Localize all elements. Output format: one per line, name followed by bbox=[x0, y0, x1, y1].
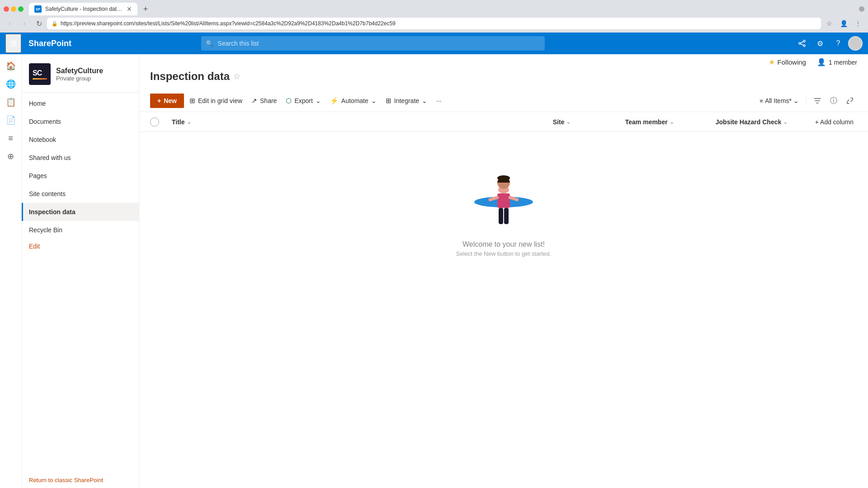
toolbar: + New ⊞ Edit in grid view ↗ Share ⬡ Expo… bbox=[139, 90, 868, 112]
expand-btn[interactable] bbox=[843, 94, 857, 108]
automate-label: Automate bbox=[341, 97, 368, 104]
sidebar-item-inspection-data[interactable]: Inspection data bbox=[22, 203, 139, 221]
address-bar[interactable]: 🔒 https://preview.sharepoint.com/sites/t… bbox=[47, 18, 821, 29]
search-input[interactable] bbox=[201, 36, 545, 51]
toolbar-separator bbox=[806, 96, 807, 105]
site-header: SC SafetyCulture Private group bbox=[22, 54, 139, 90]
svg-point-0 bbox=[803, 40, 805, 42]
settings-btn[interactable]: ⚙ bbox=[812, 35, 828, 52]
new-btn-label: New bbox=[164, 97, 177, 104]
content-header: Inspection data ☆ bbox=[139, 66, 868, 90]
export-icon: ⬡ bbox=[286, 97, 292, 105]
active-tab[interactable]: SP SafetyCulture - Inspection data - All… bbox=[29, 3, 137, 15]
svg-line-4 bbox=[801, 44, 803, 45]
topnav-actions: ⚙ ? bbox=[794, 35, 863, 52]
user-avatar[interactable] bbox=[848, 36, 863, 51]
info-btn[interactable]: ⓘ bbox=[826, 94, 841, 108]
profile-btn[interactable]: 👤 bbox=[837, 17, 850, 30]
edit-grid-label: Edit in grid view bbox=[198, 97, 242, 104]
sidebar-item-home[interactable]: Home bbox=[22, 94, 139, 113]
content-area: ★ Following 👤 1 member Inspection data ☆ bbox=[139, 54, 868, 488]
col-title-header[interactable]: Title ⌄ bbox=[168, 118, 549, 126]
site-type: Private group bbox=[56, 75, 103, 82]
browser-actions: ☆ 👤 ⋮ bbox=[823, 17, 864, 30]
page-title-area: Inspection data ☆ bbox=[150, 66, 857, 86]
following-btn[interactable]: ★ Following bbox=[769, 58, 806, 66]
new-tab-btn[interactable]: + bbox=[139, 3, 152, 15]
site-logo-text: SC bbox=[33, 69, 47, 77]
empty-state-title: Welcome to your new list! bbox=[456, 240, 551, 249]
sidebar-item-notebook[interactable]: Notebook bbox=[22, 131, 139, 149]
more-options-btn[interactable]: ··· bbox=[433, 94, 445, 108]
favorite-star-icon[interactable]: ☆ bbox=[233, 71, 241, 81]
title-sort-icon: ⌄ bbox=[187, 119, 191, 125]
sidebar-item-pages[interactable]: Pages bbox=[22, 167, 139, 185]
maximize-window-btn[interactable] bbox=[18, 6, 24, 12]
sidebar-item-site-contents[interactable]: Site contents bbox=[22, 185, 139, 203]
select-all-checkbox[interactable] bbox=[150, 117, 159, 127]
share-label: Share bbox=[260, 97, 277, 104]
list-header: Title ⌄ Site ⌄ Team member ⌄ Jobsite Haz… bbox=[139, 112, 868, 132]
back-btn[interactable]: ‹ bbox=[4, 17, 16, 30]
close-window-btn[interactable] bbox=[4, 6, 9, 12]
col-jobsite-header[interactable]: Jobsite Hazard Check ⌄ bbox=[712, 118, 811, 126]
share-icon-btn[interactable] bbox=[794, 35, 810, 52]
window-control bbox=[859, 6, 864, 12]
tab-title: SafetyCulture - Inspection data - All i bbox=[45, 6, 123, 12]
col-site-header[interactable]: Site ⌄ bbox=[549, 118, 622, 126]
sidebar-item-documents[interactable]: Documents bbox=[22, 113, 139, 131]
export-btn[interactable]: ⬡ Export ⌄ bbox=[282, 94, 324, 108]
home-rail-btn[interactable]: 🏠 bbox=[3, 58, 19, 74]
news-rail-btn[interactable]: 🌐 bbox=[3, 76, 19, 92]
svg-rect-10 bbox=[497, 193, 510, 208]
bookmark-btn[interactable]: ☆ bbox=[823, 17, 835, 30]
svg-point-2 bbox=[803, 45, 805, 47]
automate-btn[interactable]: ⚡ Automate ⌄ bbox=[326, 94, 380, 108]
browser-nav: ‹ › ↻ 🔒 https://preview.sharepoint.com/s… bbox=[0, 15, 868, 32]
browser-chrome: SP SafetyCulture - Inspection data - All… bbox=[0, 0, 868, 33]
waffle-menu-btn[interactable]: ⊞ bbox=[5, 34, 21, 53]
extensions-btn[interactable]: ⋮ bbox=[852, 17, 864, 30]
sidebar-item-shared[interactable]: Shared with us bbox=[22, 149, 139, 167]
svg-point-5 bbox=[854, 40, 857, 44]
activity-rail-btn[interactable]: 📋 bbox=[3, 94, 19, 110]
integrate-chevron: ⌄ bbox=[422, 97, 427, 104]
svg-line-14 bbox=[510, 197, 517, 200]
view-selector[interactable]: ≡ All Items* ⌄ bbox=[756, 95, 802, 106]
site-info: SafetyCulture Private group bbox=[56, 67, 103, 82]
new-item-btn[interactable]: + New bbox=[150, 94, 184, 108]
svg-rect-11 bbox=[499, 208, 503, 224]
export-label: Export bbox=[294, 97, 312, 104]
list-rail-btn[interactable]: ≡ bbox=[3, 130, 19, 146]
col-jobsite-label: Jobsite Hazard Check bbox=[716, 118, 782, 126]
svg-rect-12 bbox=[504, 208, 509, 224]
sidebar: SC SafetyCulture Private group Home Docu… bbox=[22, 54, 139, 488]
integrate-label: Integrate bbox=[394, 97, 419, 104]
url-text: https://preview.sharepoint.com/sites/tes… bbox=[61, 20, 396, 27]
list-area: Title ⌄ Site ⌄ Team member ⌄ Jobsite Haz… bbox=[139, 112, 868, 488]
members-info[interactable]: 👤 1 member bbox=[817, 58, 857, 66]
col-check-header[interactable] bbox=[150, 117, 168, 127]
sidebar-edit-link[interactable]: Edit bbox=[22, 239, 139, 253]
share-btn[interactable]: ↗ Share bbox=[248, 94, 280, 108]
view-chevron: ⌄ bbox=[793, 97, 799, 104]
sidebar-item-recycle-bin[interactable]: Recycle Bin bbox=[22, 221, 139, 239]
doc-rail-btn[interactable]: 📄 bbox=[3, 112, 19, 128]
topnav: ⊞ SharePoint 🔍 ⚙ ? bbox=[0, 33, 868, 54]
help-btn[interactable]: ? bbox=[830, 35, 846, 52]
return-to-classic-link[interactable]: Return to classic SharePoint bbox=[22, 473, 139, 488]
refresh-btn[interactable]: ↻ bbox=[33, 17, 45, 30]
integrate-icon: ⊞ bbox=[386, 97, 392, 105]
view-label: All Items* bbox=[765, 97, 792, 104]
tab-close-btn[interactable]: ✕ bbox=[127, 5, 132, 13]
site-logo: SC bbox=[29, 63, 51, 85]
filter-btn[interactable] bbox=[810, 94, 825, 108]
add-rail-btn[interactable]: ⊕ bbox=[3, 148, 19, 164]
col-team-header[interactable]: Team member ⌄ bbox=[622, 118, 712, 126]
forward-btn[interactable]: › bbox=[18, 17, 31, 30]
edit-grid-btn[interactable]: ⊞ Edit in grid view bbox=[186, 94, 246, 108]
share-icon: ↗ bbox=[251, 97, 257, 105]
integrate-btn[interactable]: ⊞ Integrate ⌄ bbox=[382, 94, 431, 108]
minimize-window-btn[interactable] bbox=[11, 6, 16, 12]
add-column-btn[interactable]: + Add column bbox=[811, 118, 857, 126]
